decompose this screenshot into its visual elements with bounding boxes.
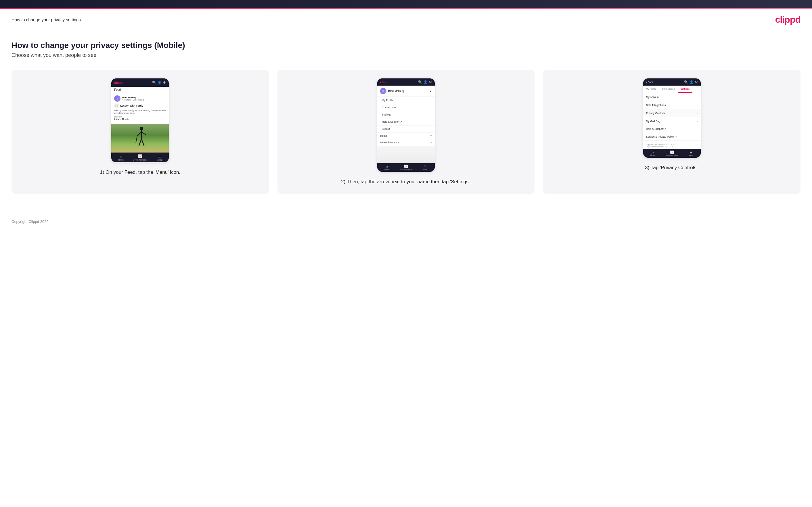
step-3-description: 3) Tap 'Privacy Controls'. — [645, 164, 699, 171]
dropdown-connections[interactable]: Connections — [377, 104, 435, 111]
dropdown-my-profile[interactable]: My Profile — [377, 97, 435, 104]
bottom-home-3[interactable]: ⌂ Home — [643, 151, 662, 156]
dropdown-avatar: B — [380, 88, 387, 94]
performance-icon: 📈 — [138, 154, 142, 158]
privacy-controls-label: Privacy Controls — [646, 112, 665, 115]
home-label-3: Home — [650, 154, 655, 156]
tab-settings[interactable]: Settings — [678, 86, 693, 93]
bottom-performance-2[interactable]: 📈 My Performance — [397, 165, 416, 170]
footer: Copyright Clippd 2022 — [0, 214, 812, 229]
list-privacy-controls[interactable]: Privacy Controls › — [643, 109, 701, 117]
home-icon-3: ⌂ — [652, 151, 654, 154]
phone-golf-image — [111, 124, 169, 153]
phone-3-bottom-bar: ⌂ Home 📈 My Performance ☰ Menu — [643, 149, 701, 158]
service-privacy-label: Service & Privacy Policy ↗ — [646, 135, 677, 138]
dropdown-home-nav[interactable]: Home ▾ — [377, 133, 435, 139]
chevron-up-icon: ▲ — [429, 90, 432, 93]
top-bar — [0, 0, 812, 9]
svg-point-0 — [140, 127, 143, 130]
copyright: Copyright Clippd 2022 — [11, 219, 49, 224]
avatar: B — [114, 95, 120, 102]
menu-icon-3: ☰ — [690, 151, 693, 154]
dropdown-performance-label: My Performance — [380, 141, 399, 144]
dropdown-performance-nav[interactable]: My Performance ▾ — [377, 139, 435, 146]
bottom-close[interactable]: ✕ Menu — [415, 165, 435, 170]
profile-icon[interactable]: 👤 — [158, 81, 162, 84]
tab-connections[interactable]: Connections — [659, 86, 677, 93]
home-label-2: Home — [385, 168, 389, 170]
list-data-integrations[interactable]: Data Integrations › — [643, 101, 701, 109]
post-lesson: 📋 Lesson with Fordy — [114, 103, 166, 108]
steps-container: clippd 🔍 👤 ⚙ Feed B Blair McHarg — [11, 70, 801, 193]
search-icon[interactable]: 🔍 — [152, 81, 156, 84]
bottom-menu[interactable]: ☰ Menu — [150, 154, 169, 161]
post-username: Blair McHarg — [122, 96, 144, 99]
page-subtitle: Choose what you want people to see — [11, 52, 801, 58]
bottom-performance-3[interactable]: 📈 My Performance — [662, 151, 681, 156]
dropdown-logout[interactable]: Logout — [377, 125, 435, 133]
menu-icon: ☰ — [158, 154, 161, 158]
dropdown-performance-chevron: ▾ — [430, 141, 432, 144]
step-1-card: clippd 🔍 👤 ⚙ Feed B Blair McHarg — [11, 70, 269, 193]
profile-icon-2[interactable]: 👤 — [423, 80, 427, 84]
svg-line-6 — [136, 136, 137, 143]
performance-label: My Performance — [133, 159, 148, 161]
bottom-home-2[interactable]: ⌂ Home — [377, 165, 397, 170]
lesson-icon: 📋 — [114, 103, 119, 108]
phone-2-icons: 🔍 👤 ⚙ — [418, 80, 432, 84]
dropdown-settings[interactable]: Settings — [377, 111, 435, 118]
golfer-silhouette — [134, 126, 149, 150]
bottom-home[interactable]: ⌂ Home — [111, 154, 131, 161]
post-date: Yesterday · Sunningdale — [122, 99, 144, 101]
my-account-chevron: › — [697, 95, 698, 99]
phone-3-mockup: ‹ Back 🔍 👤 ⚙ My Profile Connections Sett… — [643, 78, 701, 158]
svg-line-2 — [137, 132, 142, 136]
close-icon: ✕ — [424, 165, 426, 168]
post-header: B Blair McHarg Yesterday · Sunningdale — [114, 95, 166, 102]
search-icon-3[interactable]: 🔍 — [684, 80, 688, 84]
svg-line-4 — [139, 139, 142, 146]
phone-2-mockup: clippd 🔍 👤 ⚙ B Blair McHarg ▲ — [377, 78, 435, 172]
phone-1-icons: 🔍 👤 ⚙ — [152, 81, 166, 84]
settings-icon-3[interactable]: ⚙ — [695, 80, 698, 84]
list-my-account[interactable]: My Account › — [643, 93, 701, 101]
menu-label: Menu — [157, 159, 162, 161]
performance-icon-2: 📈 — [404, 165, 408, 168]
header-title: How to change your privacy settings — [11, 17, 81, 22]
dropdown-help[interactable]: Help & Support ↗ — [377, 118, 435, 125]
dropdown-user-row[interactable]: B Blair McHarg ▲ — [377, 86, 435, 97]
svg-line-3 — [142, 132, 146, 135]
phone-1-nav: clippd 🔍 👤 ⚙ — [111, 78, 169, 87]
home-label: Home — [118, 159, 123, 161]
post-user-info: Blair McHarg Yesterday · Sunningdale — [122, 96, 144, 101]
logo: clippd — [775, 14, 801, 25]
settings-icon[interactable]: ⚙ — [163, 81, 166, 84]
step-2-description: 2) Then, tap the arrow next to your name… — [341, 178, 471, 185]
list-help-support[interactable]: Help & Support ↗ — [643, 125, 701, 133]
feed-tab[interactable]: Feed — [111, 87, 169, 93]
menu-label-3: Menu — [689, 155, 693, 156]
dropdown-home-label: Home — [380, 134, 387, 137]
data-integrations-chevron: › — [697, 103, 698, 107]
page-title: How to change your privacy settings (Mob… — [11, 41, 801, 50]
list-service-privacy[interactable]: Service & Privacy Policy ↗ — [643, 133, 701, 141]
dropdown-home-chevron: ▾ — [430, 134, 432, 137]
phone-2-logo: clippd — [380, 80, 389, 84]
profile-icon-3[interactable]: 👤 — [690, 80, 694, 84]
bottom-performance[interactable]: 📈 My Performance — [131, 154, 150, 161]
list-my-golf-bag[interactable]: My Golf Bag › — [643, 117, 701, 125]
lesson-title: Lesson with Fordy — [120, 104, 143, 107]
step-1-description: 1) On your Feed, tap the 'Menu' icon. — [100, 169, 181, 176]
privacy-controls-chevron: › — [697, 111, 698, 115]
tab-my-profile[interactable]: My Profile — [643, 86, 659, 93]
search-icon-2[interactable]: 🔍 — [418, 80, 422, 84]
close-label: Menu — [423, 169, 427, 170]
phone-2-nav: clippd 🔍 👤 ⚙ — [377, 78, 435, 86]
settings-icon-2[interactable]: ⚙ — [429, 80, 432, 84]
phone-1-bottom-bar: ⌂ Home 📈 My Performance ☰ Menu — [111, 153, 169, 162]
my-golf-bag-chevron: › — [697, 119, 698, 123]
performance-icon-3: 📈 — [670, 151, 674, 154]
svg-line-5 — [142, 139, 144, 146]
bottom-menu-3[interactable]: ☰ Menu — [681, 151, 701, 156]
back-button[interactable]: ‹ Back — [646, 81, 654, 83]
